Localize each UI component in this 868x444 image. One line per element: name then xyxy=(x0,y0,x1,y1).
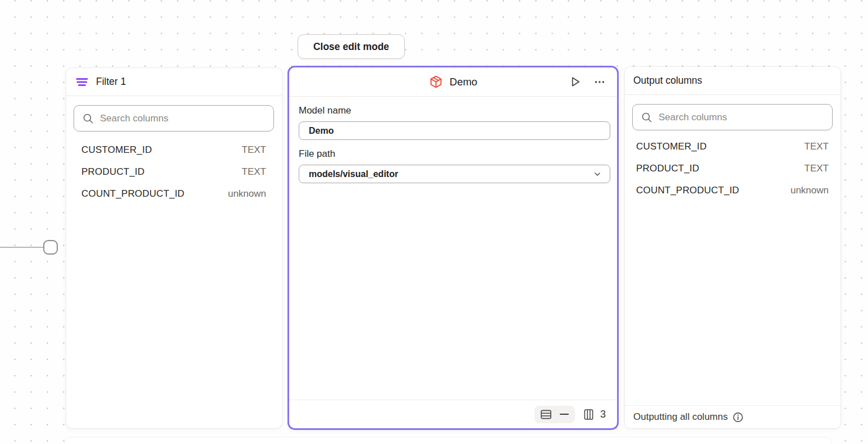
column-row[interactable]: CUSTOMER_ID TEXT xyxy=(625,135,840,157)
more-options-button[interactable] xyxy=(591,74,608,90)
edge-connector-line xyxy=(0,247,44,248)
run-model-button[interactable] xyxy=(567,74,583,90)
filter-search-input[interactable] xyxy=(100,113,265,124)
model-panel-title: Demo xyxy=(450,76,477,88)
filter-search-box xyxy=(74,105,274,132)
output-search-input[interactable] xyxy=(659,112,824,123)
column-count-stat: 3 xyxy=(583,409,606,420)
search-icon xyxy=(83,113,94,124)
filter-panel-header: Filter 1 xyxy=(66,68,282,96)
filter-icon xyxy=(76,77,88,87)
file-path-select[interactable]: models/visual_editor xyxy=(299,165,610,183)
column-name: COUNT_PRODUCT_ID xyxy=(636,184,739,197)
column-row[interactable]: CUSTOMER_ID TEXT xyxy=(66,139,282,161)
bottom-node-panel[interactable] xyxy=(65,437,832,444)
column-name: PRODUCT_ID xyxy=(636,162,700,175)
model-node-panel[interactable]: Demo Mod xyxy=(287,66,619,430)
table-rows-icon xyxy=(540,409,552,420)
filter-node-panel[interactable]: Filter 1 CUSTOMER_ID TEXT PRODUCT_ID TEX… xyxy=(66,68,282,428)
column-name: PRODUCT_ID xyxy=(81,165,145,178)
column-row[interactable]: PRODUCT_ID TEXT xyxy=(66,161,282,183)
model-form: Model name File path models/visual_edito… xyxy=(289,97,617,183)
model-footer: 3 xyxy=(289,400,617,428)
output-footer: Outputting all columns xyxy=(625,405,840,428)
model-name-label: Model name xyxy=(299,105,607,116)
file-path-value: models/visual_editor xyxy=(309,169,398,179)
column-row[interactable]: PRODUCT_ID TEXT xyxy=(625,157,840,179)
output-footer-text: Outputting all columns xyxy=(633,411,728,423)
column-type: TEXT xyxy=(805,162,829,175)
table-columns-icon xyxy=(583,409,594,420)
column-type: unknown xyxy=(228,187,266,200)
column-name: CUSTOMER_ID xyxy=(81,143,152,156)
canvas[interactable]: Close edit mode Filter 1 xyxy=(0,0,868,444)
column-type: unknown xyxy=(791,184,829,197)
minus-icon xyxy=(559,413,569,415)
file-path-label: File path xyxy=(299,148,607,160)
info-icon[interactable] xyxy=(733,412,743,423)
column-type: TEXT xyxy=(805,140,829,153)
column-name: CUSTOMER_ID xyxy=(636,140,707,153)
model-cube-icon xyxy=(429,75,443,89)
output-columns-panel[interactable]: Output columns CUSTOMER_ID TEXT PRODUCT_… xyxy=(625,67,840,428)
column-type: TEXT xyxy=(242,165,266,178)
output-panel-header: Output columns xyxy=(625,67,840,95)
row-count-stat[interactable] xyxy=(534,406,575,423)
column-name: COUNT_PRODUCT_ID xyxy=(81,187,185,200)
edge-connector-handle[interactable] xyxy=(43,240,58,255)
column-row[interactable]: COUNT_PRODUCT_ID unknown xyxy=(625,179,840,201)
play-icon xyxy=(569,75,582,88)
filter-panel-title: Filter 1 xyxy=(96,76,126,88)
output-column-list: CUSTOMER_ID TEXT PRODUCT_ID TEXT COUNT_P… xyxy=(625,135,840,201)
model-panel-header: Demo xyxy=(289,67,617,97)
chevron-down-icon xyxy=(593,170,602,179)
ellipsis-icon xyxy=(593,76,606,88)
output-search-box xyxy=(632,104,833,130)
model-actions xyxy=(567,67,608,96)
model-name-input[interactable] xyxy=(299,121,610,140)
column-count-value: 3 xyxy=(600,409,606,420)
column-row[interactable]: COUNT_PRODUCT_ID unknown xyxy=(66,183,282,205)
column-type: TEXT xyxy=(242,143,266,156)
filter-column-list: CUSTOMER_ID TEXT PRODUCT_ID TEXT COUNT_P… xyxy=(66,139,282,205)
search-icon xyxy=(641,112,652,123)
close-edit-mode-button[interactable]: Close edit mode xyxy=(298,34,405,59)
output-panel-title: Output columns xyxy=(633,75,702,87)
